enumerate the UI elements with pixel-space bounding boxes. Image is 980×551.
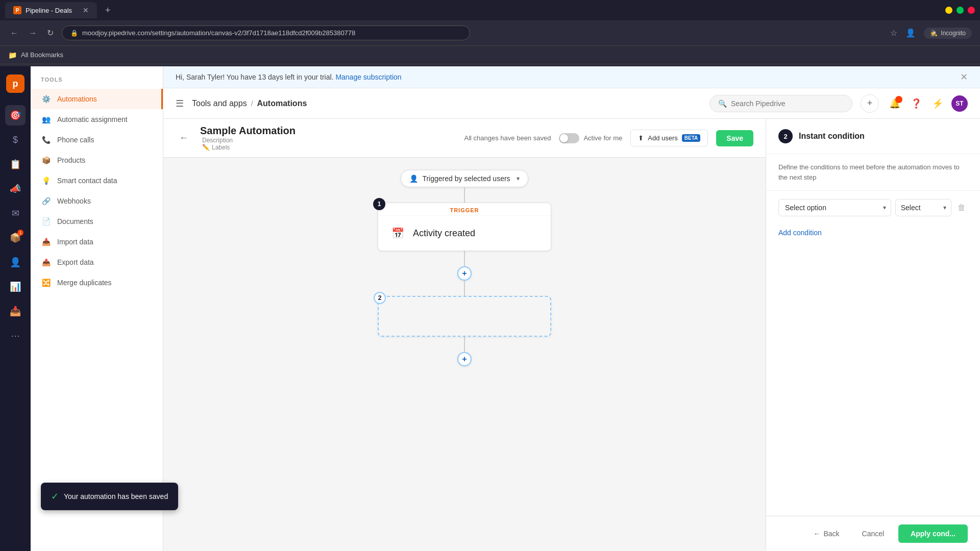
banner-close-button[interactable]: ✕ [960,71,968,83]
sidebar-item-webhooks[interactable]: 🔗 Webhooks [31,191,163,211]
documents-icon: 📄 [41,216,51,227]
minimize-button[interactable] [945,7,952,14]
cancel-button[interactable]: Cancel [854,525,893,542]
bolt-button[interactable]: ⚡ [930,96,945,111]
sidebar-item-export-data[interactable]: 📤 Export data [31,252,163,272]
rail-item-mail[interactable]: ✉ [5,203,26,223]
rail-item-home[interactable]: 🎯 [5,105,26,126]
right-panel-description: Define the conditions to meet before the… [766,154,980,191]
add-users-button[interactable]: ⬆ Add users BETA [630,130,708,146]
rail-item-contacts[interactable]: 👤 [5,252,26,272]
sidebar-item-documents[interactable]: 📄 Documents [31,211,163,232]
sidebar-item-automations-label: Automations [57,95,97,103]
rail-item-more[interactable]: ⋯ [5,325,26,346]
condition-select-wrapper: Select option ▾ [778,199,891,216]
help-button[interactable]: ❓ [909,96,924,111]
search-input[interactable] [731,99,844,108]
avatar[interactable]: ST [951,95,968,112]
sidebar-item-products[interactable]: 📦 Products [31,150,163,170]
share-icon: ⬆ [638,134,644,142]
automations-icon: ⚙️ [41,94,51,104]
new-tab-button[interactable]: + [101,3,115,18]
hamburger-button[interactable]: ☰ [176,98,184,109]
sidebar-item-assignment-label: Automatic assignment [57,115,128,123]
activity-icon: 📅 [388,224,407,242]
delete-condition-button[interactable]: 🗑 [955,201,968,214]
back-arrow-icon: ← [813,530,820,538]
connector-4 [464,337,465,352]
close-window-button[interactable] [968,7,975,14]
back-footer-button[interactable]: ← Back [805,525,847,542]
chevron-down-icon: ▾ [517,175,520,182]
forward-nav-button[interactable]: → [27,27,39,40]
banner-text: Hi, Sarah Tyler! You have 13 days left i… [176,73,333,81]
add-step-button-2[interactable]: + [457,352,472,366]
breadcrumb-separator: / [251,99,253,108]
search-bar[interactable]: 🔍 [709,95,852,112]
breadcrumb-root[interactable]: Tools and apps [192,99,247,108]
add-button[interactable]: + [861,94,879,113]
trial-banner: Hi, Sarah Tyler! You have 13 days left i… [163,66,980,88]
user-icon: 👤 [409,174,418,183]
back-to-list-button[interactable]: ← [176,130,192,146]
canvas-panel: ← Sample Automation Description ✏️ Label… [163,119,766,551]
reload-button[interactable]: ↻ [45,26,56,40]
bookmarks-label: All Bookmarks [21,51,63,59]
sidebar-item-smart-contact-data[interactable]: 💡 Smart contact data [31,170,163,191]
rail-item-insights[interactable]: 📊 [5,277,26,297]
beta-badge: BETA [682,134,700,142]
sidebar-item-smart-label: Smart contact data [57,177,117,185]
phone-icon: 📞 [41,135,51,145]
right-panel-title: Instant condition [799,132,865,141]
back-label: Back [823,530,839,538]
assignment-icon: 👥 [41,114,51,124]
save-button[interactable]: Save [716,130,753,146]
connector-3 [464,281,465,296]
search-icon: 🔍 [718,99,727,108]
sidebar-item-merge-duplicates[interactable]: 🔀 Merge duplicates [31,272,163,293]
close-tab-icon[interactable]: ✕ [83,6,89,14]
sidebar-item-phone-calls[interactable]: 📞 Phone calls [31,130,163,150]
webhooks-icon: 🔗 [41,196,51,206]
import-icon: 📥 [41,237,51,247]
rail-item-import[interactable]: 📥 [5,301,26,321]
select-dropdown[interactable]: Select [895,199,951,216]
condition-select-small-wrapper: Select ▾ [895,199,951,216]
add-step-button-1[interactable]: + [457,266,472,281]
trigger-selector[interactable]: 👤 Triggered by selected users ▾ [401,170,528,187]
condition-row: Select option ▾ Select ▾ 🗑 [766,191,980,224]
url-text: moodjoy.pipedrive.com/settings/automatio… [82,29,355,37]
browser-tab[interactable]: P Pipeline - Deals ✕ [5,2,97,18]
profile-icon[interactable]: 👤 [905,28,916,38]
manage-subscription-link[interactable]: Manage subscription [335,73,401,81]
sidebar-item-automations[interactable]: ⚙️ Automations [31,89,163,109]
rail-item-tasks[interactable]: 📋 [5,154,26,174]
connector-1 [464,187,465,203]
back-nav-button[interactable]: ← [8,27,20,40]
app-logo[interactable]: p [6,74,24,93]
rail-item-inbox[interactable]: 📦 1 [5,228,26,248]
toggle-switch[interactable] [559,133,579,143]
step-2-card[interactable]: 2 [378,296,551,337]
sidebar-item-import-data[interactable]: 📥 Import data [31,232,163,252]
toast-notification: ✓ Your automation has been saved [163,483,178,510]
rail-item-marketing[interactable]: 📣 [5,179,26,199]
sidebar-item-import-label: Import data [57,238,93,246]
add-condition-button[interactable]: Add condition [778,227,968,239]
address-bar[interactable]: 🔒 moodjoy.pipedrive.com/settings/automat… [62,26,470,40]
notifications-button[interactable]: 🔔 [887,96,902,111]
labels-field[interactable]: ✏️ Labels [202,144,296,151]
bookmark-icon[interactable]: ☆ [890,28,897,38]
rail-item-deals[interactable]: $ [5,130,26,150]
step-1-card[interactable]: 1 TRIGGER 📅 Activity created [378,203,551,251]
sidebar-item-automatic-assignment[interactable]: 👥 Automatic assignment [31,109,163,130]
select-option-dropdown[interactable]: Select option [778,199,891,216]
sidebar-item-export-label: Export data [57,258,94,266]
apply-button[interactable]: Apply cond... [898,524,968,543]
right-panel-footer: ← Back Cancel Apply cond... [766,516,980,551]
saved-status: All changes have been saved [464,134,551,142]
maximize-button[interactable] [957,7,964,14]
description-field[interactable]: Description [202,137,296,144]
export-icon: 📤 [41,257,51,267]
automation-title[interactable]: Sample Automation [200,125,296,137]
